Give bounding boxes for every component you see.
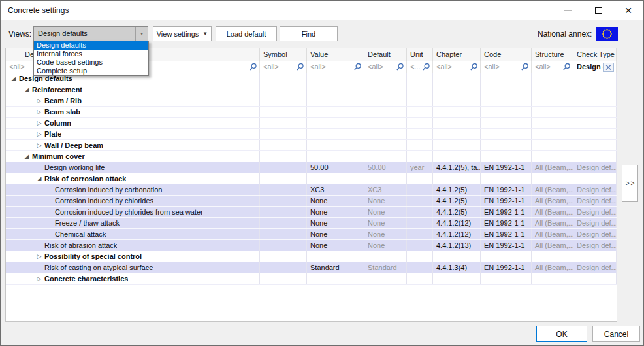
views-option-internal-forces[interactable]: Internal forces: [34, 50, 148, 58]
column-header-check-type[interactable]: Check Type: [573, 48, 617, 61]
load-default-button[interactable]: Load default: [216, 26, 277, 41]
column-header-structure[interactable]: Structure: [532, 48, 573, 61]
expand-closed-icon[interactable]: ▷: [34, 95, 44, 106]
minimize-button[interactable]: [553, 1, 583, 20]
check-type-cell: [573, 84, 617, 95]
expand-open-icon[interactable]: ◢: [8, 73, 19, 84]
cancel-button[interactable]: Cancel: [592, 326, 640, 342]
search-icon[interactable]: [470, 63, 478, 73]
row-description: Risk of corrosion attack: [44, 173, 126, 184]
value-cell[interactable]: 50.00: [307, 162, 364, 173]
views-option-complete-setup[interactable]: Complete setup: [34, 67, 148, 75]
table-row[interactable]: Corrosion induced by chlorides from sea …: [6, 207, 617, 218]
expand-closed-icon[interactable]: ▷: [34, 129, 44, 139]
expand-open-icon[interactable]: ◢: [34, 173, 44, 184]
chapter-cell: 4.4.1.3(4): [433, 262, 481, 273]
clear-filter-icon[interactable]: [603, 63, 614, 73]
table-row[interactable]: ▷Possibility of special control: [6, 251, 617, 262]
ok-button[interactable]: OK: [536, 326, 587, 342]
code-cell: [481, 107, 532, 117]
description-cell: ▷Plate: [6, 129, 260, 139]
table-row[interactable]: Chemical attackNoneNone4.4.1.2(12)EN 199…: [6, 229, 617, 240]
column-header-default[interactable]: Default: [364, 48, 407, 61]
chapter-cell: [433, 151, 481, 162]
table-row[interactable]: ▷Plate: [6, 129, 617, 140]
search-icon[interactable]: [422, 63, 430, 73]
filter-value: <all>: [484, 63, 500, 71]
unit-cell: year: [407, 162, 433, 173]
value-cell[interactable]: None: [307, 207, 364, 217]
table-row[interactable]: Risk of casting on atypical surfaceStand…: [6, 262, 617, 273]
view-settings-label: View settings: [157, 30, 199, 38]
value-cell[interactable]: XC3: [307, 184, 364, 195]
filter-check-type[interactable]: Design d: [573, 61, 617, 73]
close-button[interactable]: ✕: [613, 1, 643, 20]
table-row[interactable]: Risk of abrasion attackNoneNone4.4.1.2(1…: [6, 240, 617, 251]
value-cell: [307, 140, 364, 150]
expand-closed-icon[interactable]: ▷: [34, 251, 44, 262]
value-cell[interactable]: None: [307, 196, 364, 206]
table-row[interactable]: Design working life50.0050.00year4.4.1.2…: [6, 162, 617, 173]
minimize-icon: [564, 10, 572, 11]
filter-chapter[interactable]: <all>: [433, 61, 481, 73]
chevron-down-icon[interactable]: ▾: [135, 27, 148, 41]
views-option-code-based-settings[interactable]: Code-based settings: [34, 58, 148, 67]
table-row[interactable]: ▷Column: [6, 118, 617, 129]
filter-symbol[interactable]: <all>: [260, 61, 307, 73]
value-cell: [307, 107, 364, 117]
expand-open-icon[interactable]: ◢: [22, 151, 32, 162]
search-icon[interactable]: [296, 63, 304, 73]
search-icon[interactable]: [249, 63, 257, 73]
national-annex-flag-button[interactable]: [596, 27, 618, 41]
value-cell[interactable]: Standard: [307, 262, 364, 273]
filter-structure[interactable]: <all>: [532, 61, 573, 73]
column-header-unit[interactable]: Unit: [407, 48, 433, 61]
table-row[interactable]: Corrosion induced by carbonationXC3XC34.…: [6, 184, 617, 196]
table-row[interactable]: ◢Risk of corrosion attack: [6, 173, 617, 184]
symbol-cell: [260, 162, 307, 173]
views-option-design-defaults[interactable]: Design defaults: [34, 41, 148, 50]
filter-unit[interactable]: <...: [407, 61, 433, 73]
symbol-cell: [260, 151, 307, 162]
table-row[interactable]: Freeze / thaw attackNoneNone4.4.1.2(12)E…: [6, 218, 617, 229]
symbol-cell: [260, 184, 307, 195]
views-combobox[interactable]: Design defaults ▾: [33, 26, 148, 41]
table-row[interactable]: ▷Beam slab: [6, 107, 617, 118]
expand-closed-icon[interactable]: ▷: [34, 118, 44, 128]
default-cell: [364, 151, 407, 162]
table-row[interactable]: ▷Concrete characteristics: [6, 273, 617, 285]
expand-closed-icon[interactable]: ▷: [34, 107, 44, 117]
table-row[interactable]: ◢Minimum cover: [6, 151, 617, 162]
check-type-cell: [573, 107, 617, 117]
column-header-symbol[interactable]: Symbol: [260, 48, 307, 61]
filter-default[interactable]: <all>: [364, 61, 407, 73]
filter-value[interactable]: <all>: [307, 61, 364, 73]
view-settings-button[interactable]: View settings ▼: [153, 26, 212, 41]
symbol-cell: [260, 251, 307, 262]
row-description: Minimum cover: [32, 151, 85, 162]
symbol-cell: [260, 118, 307, 128]
maximize-button[interactable]: [583, 1, 613, 20]
value-cell[interactable]: None: [307, 229, 364, 239]
find-button[interactable]: Find: [280, 26, 338, 41]
column-header-value[interactable]: Value: [307, 48, 364, 61]
column-header-code[interactable]: Code: [481, 48, 532, 61]
expand-closed-icon[interactable]: ▷: [34, 273, 44, 284]
table-row[interactable]: ▷Beam / Rib: [6, 95, 617, 107]
value-cell[interactable]: None: [307, 218, 364, 228]
table-row[interactable]: ◢Reinforcement: [6, 84, 617, 95]
expand-open-icon[interactable]: ◢: [22, 84, 32, 95]
search-icon[interactable]: [353, 63, 362, 73]
filter-code[interactable]: <all>: [481, 61, 532, 73]
table-row[interactable]: ▷Wall / Deep beam: [6, 140, 617, 151]
chapter-cell: 4.4.1.2(5): [433, 196, 481, 206]
search-icon[interactable]: [396, 63, 404, 73]
table-row[interactable]: Corrosion induced by chloridesNoneNone4.…: [6, 196, 617, 207]
column-header-chapter[interactable]: Chapter: [433, 48, 481, 61]
value-cell: [307, 251, 364, 262]
search-icon[interactable]: [562, 63, 571, 73]
expand-closed-icon[interactable]: ▷: [34, 140, 44, 150]
search-icon[interactable]: [521, 63, 529, 73]
expand-panel-button[interactable]: >>: [622, 165, 638, 202]
value-cell[interactable]: None: [307, 240, 364, 251]
